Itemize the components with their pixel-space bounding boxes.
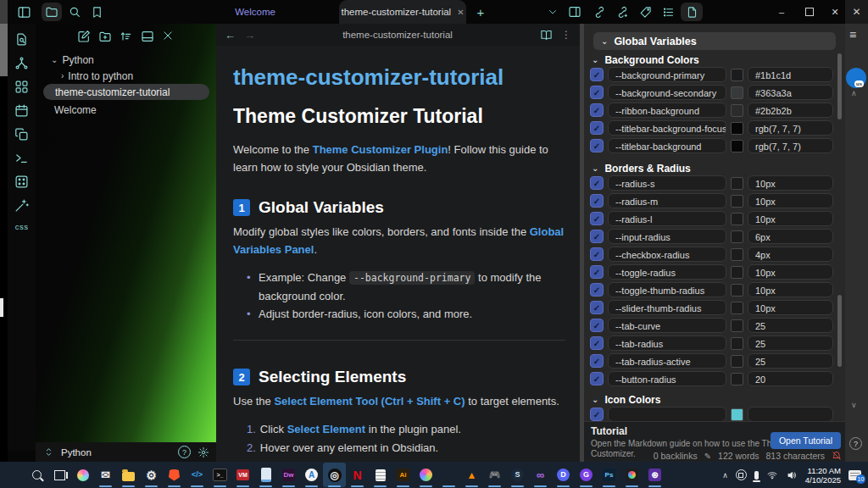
- color-swatch[interactable]: [731, 373, 743, 385]
- variable-value-field[interactable]: rgb(7, 7, 7): [748, 138, 833, 153]
- taskbar-app-icon[interactable]: D: [552, 463, 575, 487]
- variable-name-field[interactable]: --ribbon-background: [608, 103, 726, 118]
- tab-close-icon[interactable]: ✕: [457, 8, 464, 17]
- close-icon[interactable]: ✕: [852, 6, 860, 18]
- select-element-tool-link[interactable]: Select Element Tool (Ctrl + Shift + C): [274, 395, 465, 408]
- color-swatch[interactable]: [731, 86, 743, 99]
- close-explorer-icon[interactable]: [162, 30, 175, 43]
- search-tab-icon[interactable]: [67, 4, 82, 19]
- variable-name-field[interactable]: --tab-radius: [608, 336, 726, 351]
- more-options-icon[interactable]: ⋮: [561, 29, 571, 41]
- variable-checkbox[interactable]: ✓: [590, 301, 604, 314]
- variable-value-field[interactable]: 10px: [748, 193, 833, 208]
- vault-switch-icon[interactable]: [42, 446, 55, 458]
- meet-now-icon[interactable]: [736, 469, 747, 480]
- templates-icon[interactable]: [14, 127, 29, 141]
- forward-arrow-icon[interactable]: →: [244, 29, 255, 42]
- variable-value-field[interactable]: 25: [748, 318, 833, 333]
- folder-intro-to-python[interactable]: › Intro to python: [61, 69, 133, 83]
- variable-name-field[interactable]: --background-primary: [608, 67, 726, 82]
- taskbar-app-icon[interactable]: A: [300, 463, 323, 487]
- step-link[interactable]: Select Element: [287, 423, 366, 435]
- variable-checkbox[interactable]: ✓: [590, 372, 604, 385]
- color-swatch[interactable]: [731, 177, 743, 190]
- tab-list-chevron-icon[interactable]: [545, 4, 560, 19]
- tab-active[interactable]: theme-customizer-tutorial ✕: [339, 0, 466, 24]
- variable-value-field[interactable]: #2b2b2b: [748, 103, 833, 118]
- backlinks-count[interactable]: 0 backlinks: [654, 451, 698, 461]
- volume-icon[interactable]: [786, 470, 798, 480]
- taskbar-app-icon[interactable]: VM: [231, 463, 254, 487]
- window-close-button[interactable]: ✕: [822, 0, 848, 24]
- panel-scrollbar-thumb[interactable]: [837, 53, 842, 119]
- window-maximize-button[interactable]: [797, 0, 822, 24]
- variable-value-field[interactable]: 25: [748, 336, 833, 351]
- variable-checkbox[interactable]: ✓: [590, 336, 604, 350]
- variable-checkbox[interactable]: ✓: [590, 68, 604, 81]
- settings-gear-icon[interactable]: [197, 446, 209, 458]
- reading-mode-icon[interactable]: [540, 29, 553, 42]
- plugin-link[interactable]: Theme Customizer Plugin: [313, 143, 448, 156]
- tags-icon[interactable]: [637, 4, 653, 19]
- outline-icon[interactable]: [660, 4, 676, 19]
- taskbar-app-icon[interactable]: [117, 463, 140, 487]
- css-snippet-icon[interactable]: css: [15, 222, 29, 231]
- color-swatch[interactable]: [731, 284, 743, 297]
- files-tab-icon[interactable]: [42, 3, 62, 21]
- variable-checkbox[interactable]: ✓: [590, 103, 604, 117]
- variable-value-field[interactable]: 10px: [748, 264, 833, 280]
- variable-name-field[interactable]: --button-radius: [608, 371, 726, 386]
- tray-expand-icon[interactable]: ∧: [722, 471, 728, 480]
- section-icon-colors[interactable]: ⌄ Icon Colors: [587, 393, 841, 406]
- quick-switcher-icon[interactable]: [14, 32, 29, 47]
- taskbar-app-icon[interactable]: N: [346, 463, 369, 487]
- clock[interactable]: 11:20 AM 4/10/2025: [805, 466, 841, 485]
- calendar-icon[interactable]: [14, 103, 29, 118]
- graph-view-icon[interactable]: [14, 56, 29, 70]
- dice-icon[interactable]: [14, 175, 29, 189]
- variable-checkbox[interactable]: ✓: [590, 176, 604, 190]
- open-tutorial-button[interactable]: Open Tutorial: [771, 432, 841, 449]
- variable-value-field[interactable]: 20: [748, 371, 833, 386]
- taskbar-app-icon[interactable]: ✉: [94, 463, 117, 487]
- variable-value-field[interactable]: #363a3a: [748, 85, 833, 100]
- section-borders-radius[interactable]: ⌄ Borders & Radius: [587, 162, 841, 175]
- color-swatch[interactable]: [731, 213, 743, 225]
- taskbar-app-icon[interactable]: [620, 463, 643, 487]
- variable-checkbox[interactable]: ✓: [590, 121, 604, 135]
- chevron-down-icon[interactable]: ∨: [851, 402, 857, 409]
- variable-checkbox[interactable]: ✓: [590, 283, 604, 297]
- color-swatch[interactable]: [731, 69, 743, 81]
- variable-name-field[interactable]: --titlebar-background: [608, 138, 726, 153]
- taskbar-app-icon[interactable]: [3, 463, 25, 487]
- variable-checkbox[interactable]: ✓: [590, 354, 604, 368]
- file-theme-customizer-tutorial[interactable]: theme-customizer-tutorial: [43, 84, 209, 100]
- taskbar-app-icon[interactable]: ◎: [323, 463, 346, 487]
- tab-welcome[interactable]: Welcome: [216, 0, 294, 24]
- taskbar-app-icon[interactable]: ▲: [460, 463, 483, 487]
- variable-value-field[interactable]: 4px: [748, 247, 833, 262]
- back-arrow-icon[interactable]: ←: [225, 29, 236, 42]
- color-swatch[interactable]: [731, 248, 743, 261]
- terminal-icon[interactable]: [14, 151, 29, 165]
- color-swatch[interactable]: [731, 195, 743, 208]
- taskbar-app-icon[interactable]: S: [506, 463, 529, 487]
- variable-checkbox[interactable]: ✓: [590, 230, 604, 243]
- taskbar-app-icon[interactable]: [25, 463, 48, 487]
- variable-value-field[interactable]: 10px: [748, 300, 833, 315]
- color-swatch[interactable]: [731, 408, 743, 421]
- variable-name-field[interactable]: --input-radius: [608, 229, 726, 244]
- variable-name-field[interactable]: --titlebar-background-focused: [608, 120, 726, 136]
- variable-name-field[interactable]: --background-secondary: [608, 85, 726, 100]
- variable-value-field[interactable]: #1b1c1d: [748, 67, 833, 82]
- taskbar-app-icon[interactable]: [415, 463, 437, 487]
- file-properties-icon[interactable]: [681, 3, 703, 21]
- new-tab-button[interactable]: +: [472, 3, 489, 20]
- variable-checkbox[interactable]: ✓: [590, 194, 604, 208]
- variable-value-field[interactable]: 6px: [748, 229, 833, 244]
- notification-center-icon[interactable]: 10: [849, 470, 861, 480]
- backlinks-icon[interactable]: [592, 4, 607, 19]
- variable-name-field[interactable]: --tab-curve: [608, 318, 726, 333]
- collapse-all-icon[interactable]: [141, 30, 154, 43]
- variable-checkbox[interactable]: ✓: [590, 212, 604, 225]
